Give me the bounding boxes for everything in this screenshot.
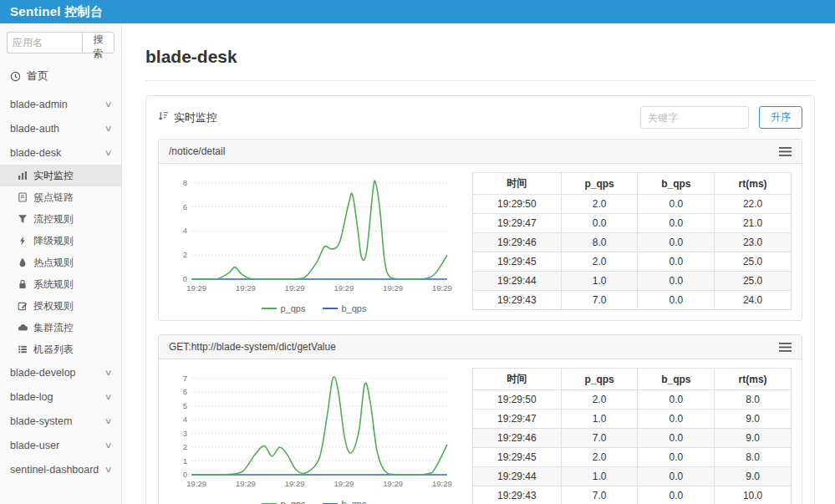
sidebar-subitem-label: 热点规则 (33, 256, 74, 270)
sidebar-item-home[interactable]: 首页 (0, 62, 121, 92)
card-title: GET:http://blade-system/dict/getValue (169, 341, 336, 353)
legend-item: b_qps (323, 499, 367, 504)
table-cell: 8.0 (561, 233, 638, 252)
table-header-cell: p_qps (561, 369, 638, 390)
cards-container: /notice/detail0246819:2919:2919:2919:291… (158, 139, 802, 504)
sidebar-subitem-簇点链路[interactable]: 簇点链路 (0, 186, 121, 208)
svg-text:6: 6 (183, 387, 187, 396)
table-cell: 0.0 (638, 448, 715, 467)
monitor-card: GET:http://blade-system/dict/getValue012… (158, 334, 802, 504)
svg-text:1: 1 (183, 456, 187, 466)
sidebar-subitem-系统规则[interactable]: 系统规则 (0, 273, 121, 295)
table-cell: 0.0 (638, 486, 715, 504)
sidebar-item-blade-desk[interactable]: blade-desk∨ (0, 140, 121, 165)
table-cell: 19:29:43 (473, 291, 562, 310)
sidebar-item-blade-develop[interactable]: blade-develop∨ (0, 360, 121, 384)
sidebar-subitem-降级规则[interactable]: 降级规则 (0, 230, 121, 252)
table-header-cell: b_qps (638, 369, 715, 390)
sidebar-item-blade-auth[interactable]: blade-auth∨ (0, 116, 121, 140)
sidebar-item-label: blade-log (10, 391, 53, 403)
legend-item: b_qps (323, 303, 367, 313)
sidebar-subitem-流控规则[interactable]: 流控规则 (0, 208, 121, 230)
legend-item: p_qps (262, 499, 306, 504)
sidebar-subitem-授权规则[interactable]: 授权规则 (0, 295, 121, 317)
sidebar-subitem-机器列表[interactable]: 机器列表 (0, 339, 121, 360)
keyword-input[interactable] (640, 106, 749, 129)
chevron-down-icon: ∨ (104, 368, 112, 377)
chevron-down-icon: ∨ (104, 99, 112, 109)
table-cell: 0.0 (638, 233, 715, 252)
sidebar-item-label: sentinel-dashboard (10, 464, 99, 476)
table-header-row: 时间p_qpsb_qpsrt(ms) (473, 173, 792, 195)
chevron-down-icon: ∨ (104, 465, 112, 474)
legend-label: p_qps (281, 499, 306, 504)
table-cell: 21.0 (715, 214, 792, 233)
sidebar-subitem-label: 簇点链路 (33, 191, 74, 205)
chevron-down-icon: ∨ (104, 416, 112, 425)
table-cell: 25.0 (715, 252, 792, 272)
table-cell: 7.0 (561, 486, 638, 504)
app-search-button[interactable]: 搜索 (82, 32, 115, 53)
app-search-input[interactable] (7, 32, 82, 53)
table-cell: 24.0 (715, 291, 792, 310)
table-cell: 25.0 (715, 272, 792, 291)
table-cell: 22.0 (715, 195, 792, 214)
card-body: 0246819:2919:2919:2919:2919:2919:29p_qps… (159, 164, 802, 320)
sidebar-subitem-label: 系统规则 (33, 277, 74, 292)
svg-text:0: 0 (183, 470, 187, 479)
sidebar-item-sentinel-dashboard[interactable]: sentinel-dashboard∨ (0, 457, 121, 481)
sidebar-menu: blade-admin∨blade-auth∨blade-desk∨实时监控簇点… (0, 92, 121, 481)
svg-text:6: 6 (183, 202, 187, 211)
panel-title: 实时监控 (174, 110, 217, 125)
card-title: /notice/detail (169, 145, 225, 157)
chevron-down-icon: ∨ (104, 392, 112, 401)
sidebar-subitem-label: 实时监控 (33, 169, 74, 183)
svg-text:19:29: 19:29 (285, 479, 305, 488)
table-header-cell: b_qps (638, 173, 715, 195)
card-header: /notice/detail (159, 140, 802, 164)
chart-legend: p_qpsb_qps (169, 303, 459, 313)
table-cell: 1.0 (561, 272, 638, 291)
title-divider (145, 80, 815, 81)
table-cell: 1.0 (561, 467, 638, 486)
table-cell: 0.0 (638, 467, 715, 486)
table-cell: 19:29:47 (473, 214, 562, 233)
table-row: 19:29:437.00.024.0 (473, 291, 792, 310)
chevron-down-icon: ∨ (104, 124, 112, 133)
sidebar-subitem-集群流控[interactable]: 集群流控 (0, 317, 121, 339)
chart-legend: p_qpsb_qps (169, 499, 459, 504)
svg-text:0: 0 (183, 274, 187, 283)
sidebar-item-label: blade-system (10, 415, 72, 427)
table-row: 19:29:437.00.010.0 (473, 486, 792, 504)
sidebar-item-label: blade-admin (10, 99, 68, 110)
table-row: 19:29:468.00.023.0 (473, 233, 792, 252)
table-cell: 19:29:45 (473, 448, 562, 467)
ascend-sort-button[interactable]: 升序 (759, 106, 802, 129)
sidebar-subitem-实时监控[interactable]: 实时监控 (0, 165, 121, 186)
sidebar-item-blade-log[interactable]: blade-log∨ (0, 384, 121, 409)
sidebar-item-blade-system[interactable]: blade-system∨ (0, 409, 121, 433)
svg-text:19:29: 19:29 (383, 283, 403, 293)
sidebar-item-blade-user[interactable]: blade-user∨ (0, 433, 121, 457)
qps-line-chart: 0246819:2919:2919:2919:2919:2919:29 (169, 172, 457, 298)
svg-text:4: 4 (183, 415, 187, 424)
sidebar-subitem-label: 降级规则 (33, 234, 74, 248)
sidebar-item-blade-admin[interactable]: blade-admin∨ (0, 92, 121, 116)
hamburger-menu-icon[interactable] (779, 343, 792, 352)
svg-text:19:29: 19:29 (186, 283, 206, 293)
table-header-cell: p_qps (561, 173, 638, 195)
sidebar-subitem-热点规则[interactable]: 热点规则 (0, 252, 121, 273)
legend-item: p_qps (262, 303, 306, 313)
table-cell: 7.0 (561, 429, 638, 448)
svg-text:19:29: 19:29 (236, 479, 256, 488)
table-row: 19:29:452.00.08.0 (473, 448, 792, 467)
table-cell: 19:29:50 (473, 195, 562, 214)
table-header-cell: rt(ms) (715, 369, 792, 390)
table-cell: 9.0 (715, 467, 792, 486)
bar-chart-icon (17, 171, 28, 181)
hamburger-menu-icon[interactable] (779, 147, 792, 156)
table-cell: 19:29:47 (473, 410, 562, 429)
table-cell: 19:29:46 (473, 429, 562, 448)
page-layout: 搜索 首页 blade-admin∨blade-auth∨blade-desk∨… (0, 23, 835, 504)
table-cell: 2.0 (561, 390, 638, 410)
